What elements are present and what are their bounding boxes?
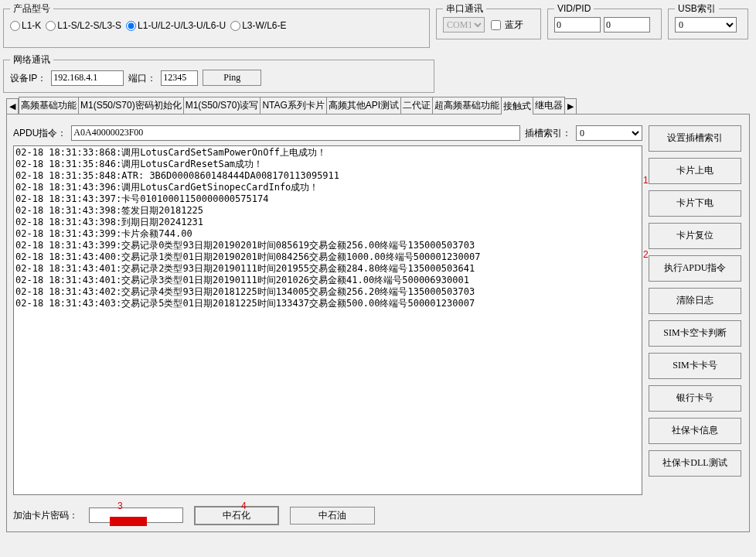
sinopec-button[interactable]: 中石化 <box>194 506 279 525</box>
sim-empty-button[interactable]: SIM卡空卡判断 <box>649 320 741 347</box>
tab-ntag[interactable]: NTAG系列卡片 <box>260 97 326 113</box>
ssc-info-button[interactable]: 社保卡信息 <box>649 418 741 444</box>
radio-l1u[interactable]: L1-U/L2-U/L3-U/L6-U <box>126 20 226 31</box>
product-model-legend: 产品型号 <box>10 3 53 14</box>
power-on-button[interactable]: 卡片上电 <box>649 158 741 184</box>
tab-highfreq-api[interactable]: 高频其他API测试 <box>326 97 401 113</box>
usbidx-select[interactable]: 0 <box>675 17 737 32</box>
serial-legend: 串口通讯 <box>443 3 486 14</box>
tab-contact[interactable]: 接触式 <box>501 97 533 114</box>
radio-l1k[interactable]: L1-K <box>10 20 41 31</box>
tab-highfreq-basic[interactable]: 高频基础功能 <box>19 97 79 113</box>
vidpid-group: VID/PID <box>547 3 662 39</box>
port-input[interactable] <box>161 70 198 86</box>
clear-log-button[interactable]: 清除日志 <box>649 288 741 314</box>
annotation-3: 3 <box>117 501 123 511</box>
ssc-dll-button[interactable]: 社保卡DLL测试 <box>649 450 741 477</box>
tab-panel-contact: APDU指令： 插槽索引： 0 02-18 18:31:33:868:调用Lot… <box>6 114 750 532</box>
set-slot-button[interactable]: 设置插槽索引 <box>649 125 741 152</box>
product-model-group: 产品型号 L1-K L1-S/L2-S/L3-S L1-U/L2-U/L3-U/… <box>3 3 430 48</box>
tab-uhf[interactable]: 超高频基础功能 <box>432 97 502 113</box>
log-output[interactable]: 02-18 18:31:33:868:调用LotusCardSetSamPowe… <box>13 145 642 495</box>
pid-input[interactable] <box>604 17 650 32</box>
bank-no-button[interactable]: 银行卡号 <box>649 385 741 412</box>
tab-bar: ◀ 高频基础功能 M1(S50/S70)密码初始化 M1(S50/S70)读写 … <box>6 96 750 114</box>
run-apdu-button[interactable]: 执行APDU指令 <box>649 255 741 282</box>
ip-input[interactable] <box>51 70 124 86</box>
annotation-2: 2 <box>643 249 649 260</box>
network-group: 网络通讯 设备IP： 端口： Ping <box>3 54 434 93</box>
petrochina-button[interactable]: 中石油 <box>290 507 375 525</box>
tab-m1-rw[interactable]: M1(S50/S70)读写 <box>183 97 261 113</box>
radio-l1s[interactable]: L1-S/L2-S/L3-S <box>46 20 121 31</box>
radio-l3w[interactable]: L3-W/L6-E <box>230 20 286 31</box>
pwd-label: 加油卡片密码： <box>13 510 78 521</box>
tab-scroll-right-icon[interactable]: ▶ <box>564 98 577 114</box>
slot-label: 插槽索引： <box>525 128 571 138</box>
usbidx-legend: USB索引 <box>675 3 719 14</box>
reset-button[interactable]: 卡片复位 <box>649 223 741 249</box>
annotation-1: 1 <box>643 175 649 186</box>
ip-label: 设备IP： <box>10 73 46 84</box>
tab-m1-init[interactable]: M1(S50/S70)密码初始化 <box>78 97 184 113</box>
sim-no-button[interactable]: SIM卡卡号 <box>649 353 741 379</box>
apdu-input[interactable] <box>71 125 520 141</box>
vid-input[interactable] <box>554 17 601 32</box>
tab-idcard[interactable]: 二代证 <box>400 97 433 113</box>
usbidx-group: USB索引 0 <box>668 3 748 39</box>
network-legend: 网络通讯 <box>10 54 53 65</box>
pwd-redaction <box>110 517 147 526</box>
tab-scroll-left-icon[interactable]: ◀ <box>6 98 19 114</box>
ping-button[interactable]: Ping <box>203 70 261 86</box>
serial-group: 串口通讯 COM1 蓝牙 <box>436 3 541 39</box>
tab-relay[interactable]: 继电器 <box>533 97 565 113</box>
annotation-4: 4 <box>241 501 247 511</box>
com-select[interactable]: COM1 <box>443 17 485 32</box>
port-label: 端口： <box>128 73 156 84</box>
slot-select[interactable]: 0 <box>576 125 642 141</box>
vidpid-legend: VID/PID <box>554 3 594 14</box>
bluetooth-checkbox[interactable]: 蓝牙 <box>488 18 523 32</box>
power-off-button[interactable]: 卡片下电 <box>649 190 741 217</box>
apdu-label: APDU指令： <box>13 128 66 138</box>
